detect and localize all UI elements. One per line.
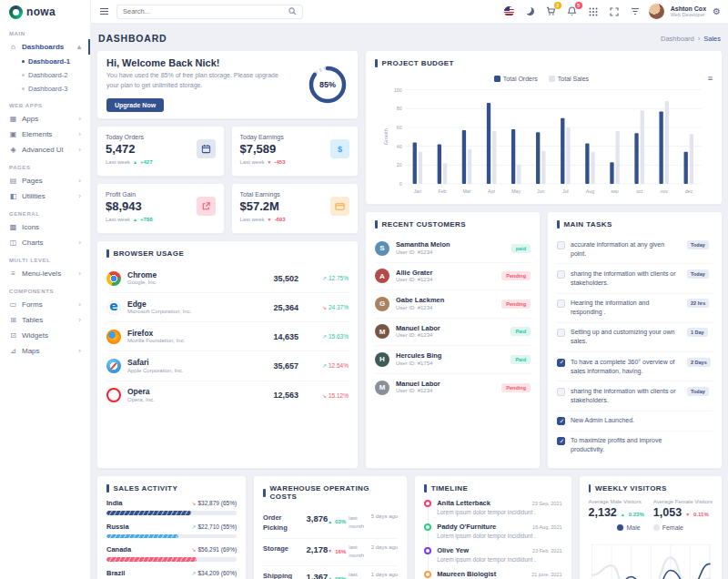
notifications-bell-icon[interactable]: 5 [565,5,580,19]
customer-row[interactable]: S Samantha Melon User ID: #1234 paid [375,235,531,263]
timeline-desc: Lorem ipsum dolor tempor incididunt . [437,556,561,563]
app-logo[interactable]: nowa [0,0,90,24]
trend-icon [328,519,332,526]
user-menu[interactable]: Ashton Cox Web Developer [671,5,706,18]
svg-text:Aug: Aug [586,188,594,194]
menu-levels-icon: ≡ [9,269,17,278]
menu-toggle-icon[interactable] [98,6,110,17]
breadcrumb-separator: › [698,35,701,43]
browser-row[interactable]: Chrome Google, Inc. 35,502 12.75% [106,264,349,293]
svg-text:20: 20 [397,162,402,168]
breadcrumb: Dashboard › Sales [661,35,721,43]
task-checkbox[interactable] [557,417,565,425]
progress-bar [106,511,191,515]
search-input[interactable] [123,7,288,15]
task-checkbox[interactable] [557,359,565,367]
sidebar-item-menu-levels[interactable]: ≡ Menu-levels › [0,266,90,281]
svg-text:Mar: Mar [463,188,471,194]
avatar: S [375,241,389,256]
user-avatar[interactable] [649,4,664,19]
task-checkbox[interactable] [557,388,565,396]
sidebar-item-dashboards[interactable]: ⌂ Dashboards ▴ [0,39,90,55]
sidebar-item-dashboard-3[interactable]: Dashboard-3 [0,82,90,96]
customer-id: User ID: #1234 [396,332,504,340]
country-amount: $32,879 (65%) [197,500,237,506]
browser-company: Microsoft Corporation, Inc. [127,309,254,316]
customer-id: User ID: #1754 [396,361,504,368]
sidebar-item-pages[interactable]: ▤ Pages › [0,173,90,188]
svg-text:Apr: Apr [488,188,495,194]
welcome-title: Hi, Welcome Back Nick! [106,57,299,68]
svg-text:Feb: Feb [439,188,447,194]
task-checkbox[interactable] [557,241,565,249]
avatar: G [375,297,389,311]
stat-card-total-earnings: Total Earnings $57.2M Last week-693 [231,183,359,234]
task-checkbox[interactable] [557,437,565,445]
customer-row[interactable]: G Gabe Lackmen User ID: #1234 Pending [375,290,531,319]
main-tasks-title: MAIN TASKS [557,220,713,229]
sidebar-item-dashboard-1[interactable]: Dashboard-1 [0,55,90,68]
browser-name: Chrome [127,270,254,280]
timeline-dot-icon [424,547,431,554]
breadcrumb-dashboard[interactable]: Dashboard [661,35,694,43]
language-flag-icon[interactable] [502,5,517,19]
sidebar-item-tables[interactable]: ⊞ Tables › [0,312,90,328]
browser-row[interactable]: Edge Microsoft Corporation, Inc. 25,364 … [106,293,349,322]
storage-progress-ring: 85% [307,64,349,106]
progress-track [106,557,237,562]
search-icon[interactable] [288,7,297,15]
breadcrumb-current: Sales [703,35,721,43]
customer-row[interactable]: M Manuel Labor User ID: #1234 Paid [375,319,531,347]
chart-menu-icon[interactable]: ≡ [708,74,713,83]
sidebar-item-dashboard-2[interactable]: Dashboard-2 [0,68,90,82]
cart-icon[interactable]: 3 [544,5,559,19]
calendar-icon [197,139,216,158]
logo-text: nowa [26,5,56,18]
sidebar-item-advanced-ui[interactable]: ◈ Advanced UI › [0,142,90,157]
user-name: Ashton Cox [671,5,706,13]
sidebar-item-apps[interactable]: ▦ Apps › [0,111,90,127]
browser-row[interactable]: Opera Opera, Inc. 12,563 15.12% [106,381,349,410]
timeline-date: 21 june, 2021 [531,572,561,577]
timeline-dot-icon [424,523,431,531]
customer-name: Manuel Labor [396,324,504,333]
sales-activity-title: SALES ACTIVITY [106,484,237,493]
fullscreen-icon[interactable] [607,5,622,19]
dark-mode-icon[interactable] [523,5,538,19]
customer-row[interactable]: A Allie Grater User ID: #1234 Pending [375,263,531,291]
female-visitors-value: 1,053 [653,506,682,519]
upgrade-now-button[interactable]: Upgrade Now [106,98,164,112]
trend-arrow-icon [322,304,327,310]
main-content: DASHBOARD Dashboard › Sales Hi, Welcome … [91,24,728,579]
trend-arrow-icon [322,362,327,369]
sidebar-item-icons[interactable]: ▩ Icons [0,219,90,235]
settings-gear-icon[interactable]: ⚙ [713,6,721,16]
timeline-list: Anita Letterback 23 Sep, 2021 Lorem ipsu… [424,499,561,579]
browser-company: Opera, Inc. [127,397,254,404]
country-name: India [106,499,123,507]
customer-row[interactable]: H Hercules Bing User ID: #1754 Paid [375,346,531,374]
notifications-badge: 5 [575,2,582,9]
browser-row[interactable]: Safari Apple Corporation, Inc. 35,657 12… [106,351,349,381]
customer-row[interactable]: M Manuel Labor User ID: #1234 Pending [375,374,531,401]
task-checkbox[interactable] [557,300,565,308]
filter-lines-icon[interactable] [628,5,642,19]
apps-grid-icon[interactable] [586,5,601,19]
task-checkbox[interactable] [557,329,565,337]
task-row: Hearing the information and responding .… [557,294,713,323]
cost-value: 2,178 [307,543,329,560]
sidebar-item-charts[interactable]: ◫ Charts › [0,235,90,250]
task-text: sharing the information with clients or … [571,269,682,288]
svg-text:40: 40 [397,144,402,149]
sidebar-item-maps[interactable]: ⊿ Maps › [0,343,90,359]
status-badge: Pending [501,271,531,280]
cost-value: 1,367 [307,571,329,579]
sidebar-item-widgets[interactable]: ⊡ Widgets [0,328,90,343]
browser-row[interactable]: Firefox Mozilla Foundation, Inc. 14,635 … [106,322,349,351]
sales-country-row: India $32,879 (65%) [106,499,237,515]
sidebar-item-forms[interactable]: ▭ Forms › [0,297,90,312]
sidebar-item-elements[interactable]: ▣ Elements › [0,127,90,142]
browser-company: Google, Inc. [127,279,254,287]
task-checkbox[interactable] [557,270,565,279]
sidebar-item-utilities[interactable]: ◧ Utilities › [0,188,90,204]
